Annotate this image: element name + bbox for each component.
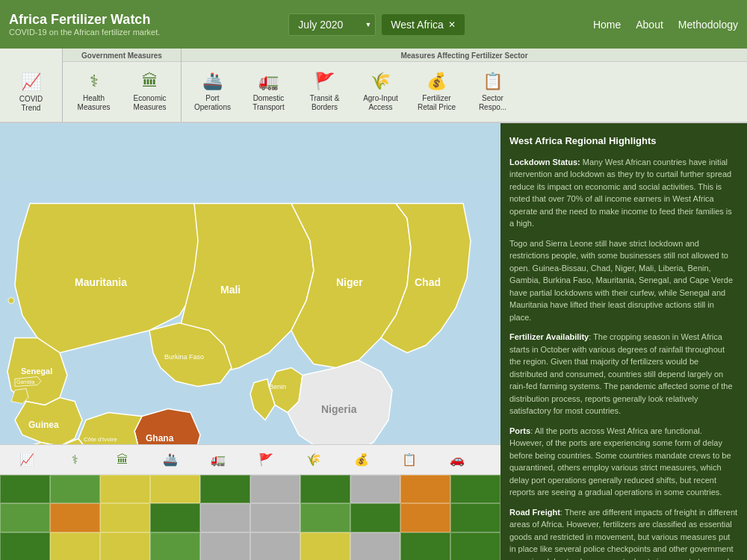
- bottom-icon-agro[interactable]: 🌾: [291, 452, 337, 467]
- grid-cell: [100, 532, 150, 560]
- covid-buttons: 📈 COVIDTrend: [0, 63, 62, 122]
- header-nav: Home About Methodology: [593, 19, 738, 31]
- economic-measures-btn[interactable]: 🏛 EconomicMeasures: [122, 64, 178, 120]
- transit-icon: 🚩: [314, 72, 335, 91]
- right-panel: West Africa Regional Highlights Lockdown…: [500, 123, 747, 560]
- grid-cell: [200, 532, 250, 560]
- agro-icon: 🌾: [371, 72, 391, 91]
- sector-icon: 📋: [483, 72, 503, 91]
- fertilizer-retail-btn[interactable]: 💰 FertilizerRetail Price: [409, 64, 465, 120]
- domestic-label: DomesticTransport: [252, 94, 284, 112]
- bottom-icon-transit[interactable]: 🚩: [243, 452, 289, 467]
- grid-cell: [50, 532, 100, 560]
- bottom-icons-row: 📈 ⚕ 🏛 🚢 🚛 🚩 🌾 💰 📋 🚗: [0, 445, 500, 475]
- grid-cell: [0, 532, 50, 560]
- fertilizer-avail-para: Fertilizer Availability: The cropping se…: [509, 331, 738, 417]
- nigeria-label: Nigeria: [321, 403, 357, 415]
- sector-label: SectorRespo...: [479, 94, 506, 112]
- covid-btn[interactable]: 📈 COVIDTrend: [3, 64, 59, 120]
- header: Africa Fertilizer Watch COVID-19 on the …: [0, 0, 747, 49]
- grid-cell: [400, 475, 450, 503]
- grid-cell: [150, 503, 200, 532]
- date-select-wrapper[interactable]: July 2020 June 2020 August 2020: [288, 13, 376, 36]
- region-badge: West Africa ✕: [382, 14, 465, 35]
- grid-cell: [200, 503, 250, 532]
- grid-cell: [0, 503, 50, 532]
- grid-cell: [200, 475, 250, 503]
- bottom-icon-economic[interactable]: 🏛: [99, 453, 146, 467]
- port-operations-btn[interactable]: 🚢 PortOperations: [185, 64, 241, 120]
- app-subtitle: COVID-19 on the African fertilizer marke…: [9, 28, 160, 37]
- grid-cell: [0, 475, 50, 503]
- bottom-strip: 📈 ⚕ 🏛 🚢 🚛 🚩 🌾 💰 📋 🚗: [0, 444, 500, 560]
- panel-title: West Africa Regional Highlights: [509, 134, 738, 149]
- port-icon: 🚢: [202, 72, 223, 91]
- nav-home[interactable]: Home: [593, 19, 621, 31]
- grid-cell: [250, 475, 300, 503]
- retail-label: FertilizerRetail Price: [418, 94, 456, 112]
- bottom-icon-retail[interactable]: 💰: [338, 452, 385, 467]
- bottom-icon-port[interactable]: 🚢: [147, 452, 193, 467]
- bottom-icon-health[interactable]: ⚕: [52, 452, 98, 467]
- ports-para: Ports: All the ports across West Africa …: [509, 425, 738, 499]
- fertilizer-buttons: 🚢 PortOperations 🚛 DomesticTransport 🚩 T…: [182, 62, 747, 122]
- transit-label: Transit &Borders: [310, 94, 340, 112]
- grid-cell: [250, 532, 300, 560]
- cape-verde-path: [8, 298, 14, 304]
- app-title: Africa Fertilizer Watch: [9, 12, 160, 28]
- nav-about[interactable]: About: [636, 19, 663, 31]
- nav-methodology[interactable]: Methodology: [678, 19, 738, 31]
- covid-section: 📈 COVIDTrend: [0, 49, 63, 122]
- grid-cell: [300, 532, 350, 560]
- mauritania-label: Mauritania: [75, 276, 127, 288]
- agro-label: Agro-InputAccess: [363, 94, 398, 112]
- lockdown-para: Lockdown Status: Many West African count…: [509, 156, 738, 230]
- domestic-icon: 🚛: [258, 72, 279, 91]
- bottom-icon-sector[interactable]: 📋: [386, 452, 433, 467]
- domestic-transport-btn[interactable]: 🚛 DomesticTransport: [241, 64, 297, 120]
- bottom-icon-transport[interactable]: 🚗: [434, 452, 480, 467]
- economic-icon: 🏛: [142, 72, 158, 91]
- grid-cell: [50, 503, 100, 532]
- cote-divoire-label: Côte d'Ivoire: [84, 436, 117, 443]
- grid-row-2: [0, 503, 500, 532]
- grid-cell: [400, 503, 450, 532]
- lockdown-heading: Lockdown Status:: [509, 158, 580, 167]
- road-freight-para: Road Freight: There are different impact…: [509, 506, 738, 561]
- lockdown-para-2: Togo and Sierra Leone still have strict …: [509, 237, 738, 324]
- port-label: PortOperations: [194, 94, 231, 112]
- health-icon: ⚕: [90, 72, 99, 91]
- grid-cell: [450, 503, 500, 532]
- date-dropdown[interactable]: July 2020 June 2020 August 2020: [288, 13, 376, 36]
- grid-rows: [0, 475, 500, 560]
- guinea-label: Guinea: [28, 420, 59, 430]
- retail-icon: 💰: [427, 72, 447, 91]
- ports-heading: Ports: [509, 426, 530, 435]
- grid-cell: [350, 475, 400, 503]
- grid-cell: [450, 475, 500, 503]
- health-label: HealthMeasures: [78, 94, 111, 112]
- bottom-icon-covid[interactable]: 📈: [4, 452, 50, 467]
- gambia-label: Gambia: [16, 379, 35, 385]
- road-freight-heading: Road Freight: [509, 508, 560, 517]
- grid-cell: [350, 503, 400, 532]
- gov-measures-title: Government Measures: [63, 49, 181, 62]
- senegal-label: Senegal: [21, 367, 52, 376]
- grid-cell: [300, 503, 350, 532]
- grid-cell: [50, 475, 100, 503]
- benin-label: Benin: [269, 383, 286, 391]
- header-title: Africa Fertilizer Watch COVID-19 on the …: [9, 12, 160, 37]
- agro-input-btn[interactable]: 🌾 Agro-InputAccess: [353, 64, 409, 120]
- region-name: West Africa: [391, 19, 444, 31]
- bottom-icon-domestic[interactable]: 🚛: [195, 452, 241, 467]
- header-center: July 2020 June 2020 August 2020 West Afr…: [160, 13, 593, 36]
- sector-response-btn[interactable]: 📋 SectorRespo...: [465, 64, 521, 120]
- grid-cell: [100, 475, 150, 503]
- transit-borders-btn[interactable]: 🚩 Transit &Borders: [297, 64, 353, 120]
- fertilizer-measures-section: Measures Affecting Fertilizer Sector 🚢 P…: [182, 49, 747, 122]
- health-measures-btn[interactable]: ⚕ HealthMeasures: [66, 64, 122, 120]
- fertilizer-measures-title: Measures Affecting Fertilizer Sector: [182, 49, 747, 62]
- grid-cell: [400, 532, 450, 560]
- grid-cell: [300, 475, 350, 503]
- region-close-icon[interactable]: ✕: [448, 19, 456, 30]
